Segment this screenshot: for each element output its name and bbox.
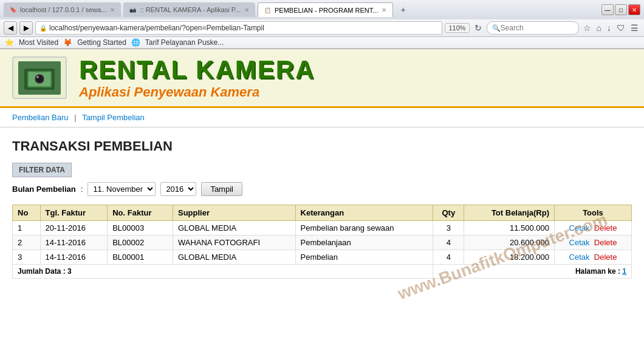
bookmark-separator-2: 🌐 xyxy=(131,38,140,47)
browser-chrome: 🔖 localhost / 127.0.0.1 / sewa... ✕ 📷 ::… xyxy=(0,0,644,49)
cell-no: 1 xyxy=(13,221,41,236)
zoom-level[interactable]: 110% xyxy=(445,23,469,33)
browser-navbar: ◀ ▶ 🔒 localhost/penyewaan-kamera/pembeli… xyxy=(0,19,644,37)
col-keterangan: Keterangan xyxy=(295,205,433,221)
menu-icon[interactable]: ☰ xyxy=(629,23,640,33)
month-select[interactable]: 11. November 1. Januari 2. Februari 3. M… xyxy=(87,182,156,196)
tab3-favicon: 📋 xyxy=(264,7,271,13)
table-header-row: No Tgl. Faktur No. Faktur Supplier Keter… xyxy=(13,205,632,221)
minimize-button[interactable]: — xyxy=(601,4,614,15)
browser-nav-icons: ☆ ⌂ ↓ 🛡 ☰ xyxy=(581,23,640,33)
page-content: RENTAL KAMERA Aplikasi Penyewaan Kamera … xyxy=(0,49,644,328)
filter-colon: : xyxy=(81,185,83,194)
cell-no-faktur: BL00002 xyxy=(108,236,173,250)
header-subtitle: Aplikasi Penyewaan Kamera xyxy=(79,84,315,100)
header-text: RENTAL KAMERA Aplikasi Penyewaan Kamera xyxy=(79,55,315,100)
search-icon: 🔍 xyxy=(492,24,501,32)
cetak-link[interactable]: Cetak xyxy=(569,223,590,232)
search-input[interactable] xyxy=(501,24,574,32)
filter-row: Bulan Pembelian : 11. November 1. Januar… xyxy=(12,182,632,196)
tab1-favicon: 🔖 xyxy=(10,7,16,13)
cell-supplier: GLOBAL MEDIA xyxy=(173,221,295,236)
year-select[interactable]: 2016 2014 2015 2017 xyxy=(160,182,196,196)
bookmark-tarif[interactable]: Tarif Pelayanan Puske... xyxy=(145,38,224,47)
col-tools: Tools xyxy=(554,205,631,221)
cell-tools: Cetak Delete xyxy=(554,236,631,250)
cell-supplier: WAHANA FOTOGRAFI xyxy=(173,236,295,250)
col-supplier: Supplier xyxy=(173,205,295,221)
cetak-link[interactable]: Cetak xyxy=(569,238,590,247)
download-icon[interactable]: ↓ xyxy=(605,23,613,33)
table-row: 3 14-11-2016 BL00001 GLOBAL MEDIA Pembel… xyxy=(13,250,632,265)
site-nav: Pembelian Baru | Tampil Pembelian xyxy=(0,108,644,127)
back-button[interactable]: ◀ xyxy=(4,21,17,35)
shield-icon[interactable]: 🛡 xyxy=(615,23,627,33)
tampil-button[interactable]: Tampil xyxy=(201,182,242,196)
tab3-label: PEMBELIAN - PROGRAM RENT... xyxy=(275,7,379,14)
tab-1[interactable]: 🔖 localhost / 127.0.0.1 / sewa... ✕ xyxy=(4,2,121,17)
refresh-button[interactable]: ↻ xyxy=(472,23,484,33)
bookmark-separator-1: 🦊 xyxy=(63,38,72,47)
col-no: No xyxy=(13,205,41,221)
home-icon[interactable]: ⌂ xyxy=(595,23,603,33)
filter-field-label: Bulan Pembelian xyxy=(12,185,76,194)
bookmark-getting-started[interactable]: Getting Started xyxy=(77,38,126,47)
bookmark-star-icon[interactable]: ☆ xyxy=(581,23,593,33)
maximize-button[interactable]: □ xyxy=(615,4,627,15)
cell-total: 18.200.000 xyxy=(464,250,555,265)
site-header: RENTAL KAMERA Aplikasi Penyewaan Kamera xyxy=(0,49,644,108)
search-bar[interactable]: 🔍 xyxy=(487,21,579,35)
cell-tgl: 14-11-2016 xyxy=(40,236,108,250)
cell-total: 11.500.000 xyxy=(464,221,555,236)
browser-titlebar: 🔖 localhost / 127.0.0.1 / sewa... ✕ 📷 ::… xyxy=(0,0,644,19)
logo-image xyxy=(18,61,61,95)
bookmark-most-visited[interactable]: Most Visited xyxy=(19,38,58,47)
cell-tgl: 14-11-2016 xyxy=(40,250,108,265)
tab-3[interactable]: 📋 PEMBELIAN - PROGRAM RENT... ✕ xyxy=(258,2,394,17)
delete-link[interactable]: Delete xyxy=(594,253,617,262)
table-container: No Tgl. Faktur No. Faktur Supplier Keter… xyxy=(12,205,632,279)
cell-tgl: 20-11-2016 xyxy=(40,221,108,236)
svg-point-5 xyxy=(36,76,39,78)
tab1-close[interactable]: ✕ xyxy=(110,7,115,13)
tab1-label: localhost / 127.0.0.1 / sewa... xyxy=(20,6,106,13)
delete-link[interactable]: Delete xyxy=(594,238,617,247)
cell-total: 20.600.000 xyxy=(464,236,555,250)
main-content: TRANSAKSI PEMBELIAN FILTER DATA Bulan Pe… xyxy=(0,127,644,285)
delete-link[interactable]: Delete xyxy=(594,223,617,232)
cell-tools: Cetak Delete xyxy=(554,221,631,236)
jumlah-data: Jumlah Data : 3 xyxy=(13,265,433,279)
tab-2[interactable]: 📷 :: RENTAL KAMERA - Aplikasi P... ✕ xyxy=(123,2,255,17)
header-logo xyxy=(12,56,67,99)
data-table: No Tgl. Faktur No. Faktur Supplier Keter… xyxy=(12,205,632,279)
cell-no: 2 xyxy=(13,236,41,250)
table-row: 2 14-11-2016 BL00002 WAHANA FOTOGRAFI Pe… xyxy=(13,236,632,250)
col-tgl-faktur: Tgl. Faktur xyxy=(40,205,108,221)
new-tab-button[interactable]: + xyxy=(396,2,410,17)
table-footer-row: Jumlah Data : 3 Halaman ke : 1 xyxy=(13,265,632,279)
address-bar[interactable]: 🔒 localhost/penyewaan-kamera/pembelian/?… xyxy=(35,21,442,35)
cell-no: 3 xyxy=(13,250,41,265)
nav-pembelian-baru[interactable]: Pembelian Baru xyxy=(12,113,69,122)
close-button[interactable]: ✕ xyxy=(628,4,640,15)
nav-separator: | xyxy=(74,113,78,122)
window-controls: — □ ✕ xyxy=(601,4,640,15)
page-link-1[interactable]: 1 xyxy=(622,267,626,276)
nav-tampil-pembelian[interactable]: Tampil Pembelian xyxy=(82,113,145,122)
forward-button[interactable]: ▶ xyxy=(19,21,33,35)
tab2-favicon: 📷 xyxy=(129,7,136,13)
tab2-close[interactable]: ✕ xyxy=(244,7,249,13)
cetak-link[interactable]: Cetak xyxy=(569,253,590,262)
cell-qty: 4 xyxy=(433,236,464,250)
col-no-faktur: No. Faktur xyxy=(108,205,173,221)
address-text: localhost/penyewaan-kamera/pembelian/?op… xyxy=(49,24,438,32)
bookmarks-bar: ⭐ Most Visited 🦊 Getting Started 🌐 Tarif… xyxy=(0,37,644,49)
cell-supplier: GLOBAL MEDIA xyxy=(173,250,295,265)
cell-tools: Cetak Delete xyxy=(554,250,631,265)
header-title: RENTAL KAMERA xyxy=(79,55,315,84)
cell-keterangan: Pembelanjaan xyxy=(295,236,433,250)
cell-keterangan: Pembelian xyxy=(295,250,433,265)
tab3-close[interactable]: ✕ xyxy=(382,7,386,13)
cell-no-faktur: BL00003 xyxy=(108,221,173,236)
filter-section: FILTER DATA Bulan Pembelian : 11. Novemb… xyxy=(12,163,632,196)
